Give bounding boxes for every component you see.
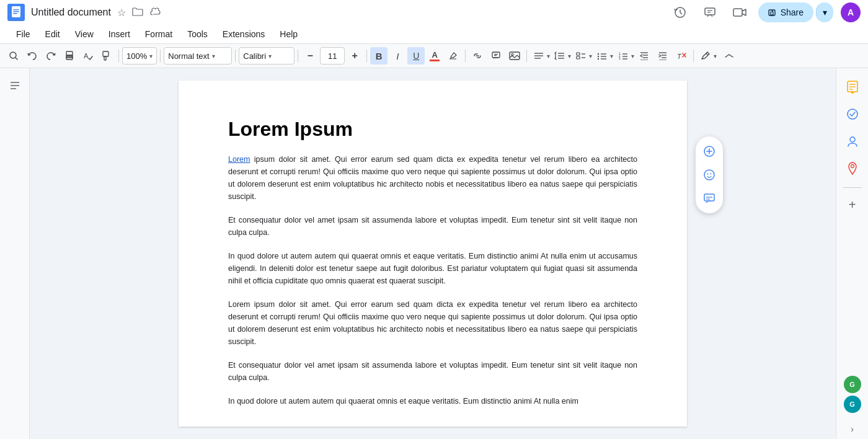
paragraph-4[interactable]: Lorem ipsum dolor sit amet. Qui error ea… <box>228 298 637 348</box>
document-area[interactable]: Lorem Ipsum Lorem ipsum dolor sit amet. … <box>30 68 836 439</box>
text-color-button[interactable]: A <box>426 47 443 64</box>
underline-button[interactable]: U <box>407 47 425 64</box>
bottom-badges: G G <box>844 376 861 413</box>
svg-line-58 <box>706 53 708 55</box>
bullet-list-button[interactable] <box>593 47 611 64</box>
zoom-value: 100% <box>126 51 147 61</box>
svg-point-35 <box>598 53 599 55</box>
svg-rect-2 <box>13 11 19 12</box>
float-add-button[interactable] <box>699 141 719 161</box>
zoom-select[interactable]: 100% ▾ <box>122 47 157 64</box>
history-button[interactable] <box>669 1 691 24</box>
menu-tools[interactable]: Tools <box>181 27 214 42</box>
paragraph-style-value: Normal text <box>168 51 209 61</box>
search-button[interactable] <box>5 47 22 64</box>
decrease-indent-button[interactable] <box>636 47 653 64</box>
paragraph-5[interactable]: Et consequatur dolor vel amet ipsam sit … <box>228 359 637 384</box>
paragraph-6[interactable]: In quod dolore ut autem autem qui quaera… <box>228 395 637 407</box>
svg-text:T: T <box>677 53 682 60</box>
svg-rect-8 <box>733 9 742 16</box>
align-button[interactable] <box>530 47 547 64</box>
float-comment-button[interactable] <box>699 188 719 208</box>
svg-text:A: A <box>84 52 89 60</box>
svg-rect-32 <box>577 56 580 59</box>
menu-view[interactable]: View <box>69 27 100 42</box>
link-button[interactable] <box>469 47 486 64</box>
contacts-button[interactable] <box>841 130 864 153</box>
svg-point-37 <box>598 58 599 60</box>
print-button[interactable] <box>61 47 78 64</box>
spellcheck-button[interactable]: A <box>79 47 97 64</box>
svg-point-76 <box>848 109 857 119</box>
insert-comment-button[interactable] <box>487 47 505 64</box>
font-size-decrease-button[interactable]: − <box>301 47 319 64</box>
separator-4 <box>298 50 298 62</box>
menu-edit[interactable]: Edit <box>39 27 66 42</box>
menu-bar: File Edit View Insert Format Tools Exten… <box>0 25 868 43</box>
star-icon[interactable]: ☆ <box>117 7 126 19</box>
align-chevron: ▾ <box>547 53 550 60</box>
second-badge[interactable]: G <box>844 396 861 413</box>
paragraph-3[interactable]: In quod dolore ut autem autem qui quaera… <box>228 250 637 287</box>
svg-rect-5 <box>705 8 715 15</box>
italic-button[interactable]: I <box>389 47 406 64</box>
cloud-icon[interactable] <box>149 7 162 18</box>
svg-rect-14 <box>66 51 73 55</box>
keep-notes-button[interactable] <box>841 76 864 98</box>
redo-button[interactable] <box>42 47 60 64</box>
separator-6 <box>465 50 466 62</box>
svg-line-13 <box>16 58 17 60</box>
comments-button[interactable] <box>699 1 721 24</box>
menu-format[interactable]: Format <box>139 27 179 42</box>
menu-insert[interactable]: Insert <box>102 27 136 42</box>
folder-icon[interactable] <box>132 7 143 18</box>
paint-format-button[interactable] <box>98 47 115 64</box>
edit-mode-button[interactable] <box>697 47 714 64</box>
linespace-chevron: ▾ <box>568 53 571 60</box>
add-addon-button[interactable]: + <box>849 198 856 212</box>
outline-toggle[interactable] <box>5 76 25 95</box>
tasks-button[interactable] <box>841 103 864 125</box>
numbered-list-button[interactable]: 1. 2. 3. <box>614 47 632 64</box>
svg-rect-3 <box>13 13 17 14</box>
line-spacing-button[interactable] <box>551 47 569 64</box>
insert-image-button[interactable] <box>506 47 523 64</box>
svg-rect-1 <box>13 9 19 11</box>
sidebar-collapse-button[interactable]: › <box>851 424 854 434</box>
font-family-select[interactable]: Calibri ▾ <box>239 47 294 64</box>
svg-rect-10 <box>771 12 773 15</box>
document-title[interactable]: Untitled document <box>31 7 111 18</box>
share-label: Share <box>781 7 804 17</box>
bullet-chevron: ▾ <box>610 53 613 60</box>
header-right: Share ▾ A <box>669 1 861 24</box>
share-dropdown-button[interactable]: ▾ <box>816 2 833 22</box>
bold-button[interactable]: B <box>370 47 388 64</box>
paragraph-1[interactable]: Lorem ipsum dolor sit amet. Qui error ea… <box>228 153 637 203</box>
meeting-button[interactable] <box>728 1 751 24</box>
expand-toolbar-button[interactable] <box>720 47 738 64</box>
undo-button[interactable] <box>24 47 41 64</box>
font-size-input[interactable] <box>320 47 345 64</box>
toolbar: A 100% ▾ Normal text ▾ Calibri ▾ − + B I… <box>0 43 868 68</box>
share-button[interactable]: Share <box>758 2 813 22</box>
checklist-button[interactable] <box>572 47 590 64</box>
paragraph-2[interactable]: Et consequatur dolor vel amet ipsam sit … <box>228 214 637 239</box>
paragraph-style-select[interactable]: Normal text ▾ <box>164 47 232 64</box>
link-word-lorem[interactable]: Lorem <box>228 155 250 164</box>
grammarly-badge[interactable]: G <box>844 376 861 393</box>
separator-1 <box>118 50 119 62</box>
highlight-button[interactable] <box>445 47 462 64</box>
document-heading[interactable]: Lorem Ipsum <box>228 118 637 141</box>
clear-formatting-button[interactable]: T <box>673 47 690 64</box>
font-size-increase-button[interactable]: + <box>346 47 363 64</box>
maps-button[interactable] <box>841 157 864 180</box>
app-icon <box>7 4 25 21</box>
float-emoji-button[interactable] <box>699 165 719 185</box>
menu-file[interactable]: File <box>10 27 37 42</box>
menu-help[interactable]: Help <box>273 27 304 42</box>
increase-indent-button[interactable] <box>654 47 671 64</box>
numberedlist-chevron: ▾ <box>631 53 634 60</box>
menu-extensions[interactable]: Extensions <box>216 27 271 42</box>
separator-5 <box>366 50 367 62</box>
avatar[interactable]: A <box>841 2 861 22</box>
